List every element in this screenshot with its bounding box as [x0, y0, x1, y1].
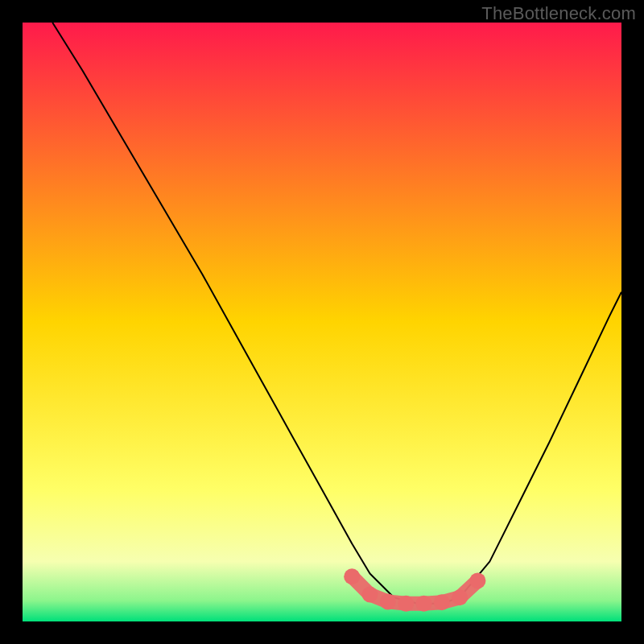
marker-dot — [362, 587, 378, 603]
marker-dot — [452, 589, 468, 605]
marker-dot — [398, 596, 414, 612]
marker-dot — [434, 594, 450, 610]
marker-dot — [469, 572, 485, 588]
marker-dot — [344, 568, 360, 584]
chart-svg — [0, 0, 644, 644]
marker-dot — [416, 596, 432, 612]
watermark-text: TheBottleneck.com — [481, 3, 636, 24]
plot-background — [23, 23, 621, 621]
chart-frame: TheBottleneck.com — [0, 0, 644, 644]
marker-dot — [380, 593, 396, 609]
